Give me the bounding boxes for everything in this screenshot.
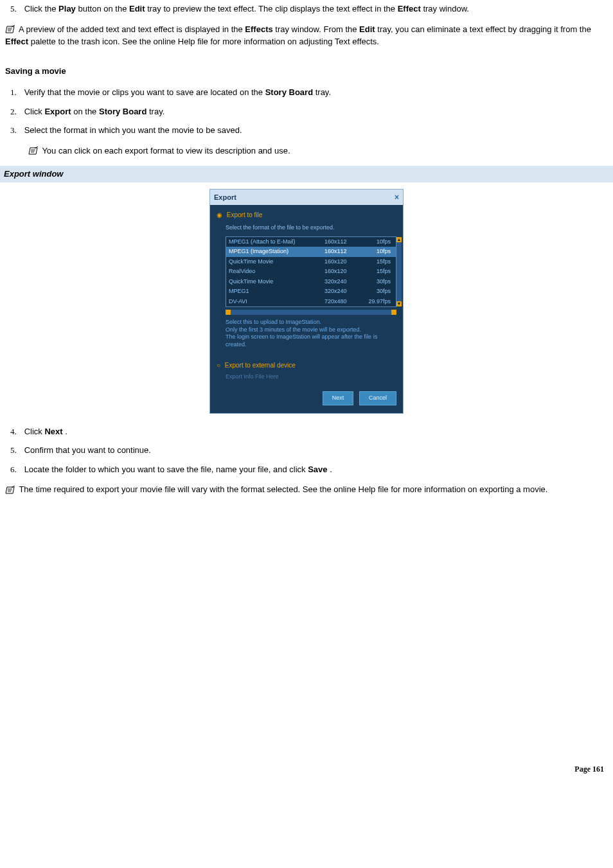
bold: Effects: [245, 24, 272, 34]
format-res: 320x240: [324, 278, 360, 287]
slider-right-icon[interactable]: [391, 310, 396, 315]
list-index: 2.: [10, 105, 22, 118]
format-row[interactable]: MPEG1320x24030fps: [226, 287, 396, 297]
bold: Next: [44, 427, 62, 436]
export-subtext: Select the format of the file to be expo…: [226, 224, 396, 233]
format-row[interactable]: QuickTime Movie160x12015fps: [226, 257, 396, 267]
format-description: Select this to upload to ImageStation. O…: [226, 319, 396, 349]
text: Select the format in which you want the …: [24, 125, 242, 135]
label: Export to external device: [225, 362, 296, 369]
format-res: 160x112: [324, 247, 360, 256]
text: The time required to export your movie f…: [19, 484, 547, 494]
text: tray, you can eliminate a text effect by…: [377, 24, 591, 34]
format-name: QuickTime Movie: [229, 258, 324, 267]
radio-export-to-file[interactable]: ◉ Export to file: [217, 210, 396, 220]
text: tray.: [315, 87, 331, 97]
text: .: [330, 465, 332, 474]
note-icon: [5, 25, 15, 34]
format-fps: 29.97fps: [360, 297, 393, 306]
text: tray.: [149, 107, 164, 116]
format-fps: 30fps: [360, 287, 393, 296]
scroll-down-icon[interactable]: ▼: [396, 301, 402, 306]
bold: Effect: [5, 37, 28, 46]
bold: Export: [44, 107, 71, 116]
format-name: MPEG1 (ImageStation): [229, 247, 324, 256]
note-preview: A preview of the added text and text eff…: [5, 23, 608, 48]
text: palette to the trash icon. See the onlin…: [31, 37, 379, 46]
export-title: Export: [214, 193, 236, 201]
format-name: DV-AVI: [229, 297, 324, 306]
format-fps: 15fps: [360, 258, 393, 267]
list-index: 6.: [10, 463, 22, 476]
text: Verify that the movie or clips you want …: [24, 87, 265, 97]
format-name: QuickTime Movie: [229, 278, 324, 287]
desc-line: Select this to upload to ImageStation.: [226, 319, 396, 326]
bold: Play: [58, 4, 76, 13]
text: Click the: [24, 4, 58, 13]
save-step-1: 1. Verify that the movie or clips you wa…: [23, 86, 608, 99]
bold: Edit: [359, 24, 375, 34]
list-index: 5.: [10, 3, 22, 15]
text: You can click on each export format to v…: [42, 146, 290, 155]
export-titlebar: Export ×: [210, 190, 403, 206]
format-res: 720x480: [324, 297, 360, 306]
format-res: 160x120: [324, 258, 360, 267]
desc-line: Only the first 3 minutes of the movie wi…: [226, 326, 396, 334]
format-row[interactable]: RealVideo160x12015fps: [226, 267, 396, 277]
radio-icon: ◉: [217, 211, 222, 218]
desc-line: The login screen to ImageStation will ap…: [226, 333, 396, 348]
close-icon[interactable]: ×: [395, 191, 399, 203]
format-row[interactable]: MPEG1 (ImageStation)160x11210fps: [226, 247, 396, 257]
text: tray window.: [423, 4, 469, 13]
list-index: 1.: [10, 86, 22, 99]
text: .: [65, 427, 67, 436]
format-res: 160x120: [324, 267, 360, 276]
save-steps: 1. Verify that the movie or clips you wa…: [5, 86, 608, 137]
note-export-format: You can click on each export format to v…: [28, 145, 608, 157]
radio-export-external[interactable]: ○ Export to external device: [217, 360, 396, 370]
format-fps: 15fps: [360, 267, 393, 276]
bold: Effect: [398, 4, 421, 13]
export-window: Export × ◉ Export to file Select the for…: [209, 189, 404, 414]
format-name: MPEG1 (Attach to E-Mail): [229, 238, 324, 247]
format-row[interactable]: QuickTime Movie320x24030fps: [226, 277, 396, 287]
format-name: MPEG1: [229, 287, 324, 296]
next-button[interactable]: Next: [323, 391, 354, 405]
text: tray window. From the: [275, 24, 359, 34]
format-row[interactable]: MPEG1 (Attach to E-Mail)160x11210fps: [226, 237, 396, 247]
step-list-continued: 5. Click the Play button on the Edit tra…: [5, 3, 608, 15]
bold: Edit: [129, 4, 145, 13]
note-export-time: The time required to export your movie f…: [5, 483, 608, 496]
step-5b: 5. Confirm that you want to continue.: [23, 444, 608, 457]
format-res: 160x112: [324, 238, 360, 247]
scroll-up-icon[interactable]: ▲: [396, 237, 402, 242]
export-figure: Export × ◉ Export to file Select the for…: [5, 189, 608, 414]
cancel-button[interactable]: Cancel: [359, 391, 396, 405]
format-name: RealVideo: [229, 267, 324, 276]
after-steps: 4. Click Next . 5. Confirm that you want…: [5, 425, 608, 476]
text: button on the: [78, 4, 129, 13]
export-dim-text: Export Info File Here: [226, 373, 396, 382]
scrollbar[interactable]: ▲ ▼: [396, 237, 402, 307]
text: tray to preview the text effect. The cli…: [147, 4, 398, 13]
format-fps: 10fps: [360, 247, 393, 256]
format-fps: 10fps: [360, 238, 393, 247]
text: Click: [24, 107, 45, 116]
slider-left-icon[interactable]: [226, 310, 231, 315]
format-res: 320x240: [324, 287, 360, 296]
format-row[interactable]: DV-AVI720x48029.97fps: [226, 297, 396, 307]
heading-saving-movie: Saving a movie: [5, 65, 608, 78]
horizontal-slider[interactable]: [226, 310, 396, 315]
label: Export to file: [227, 211, 263, 218]
bold: Story Board: [265, 87, 313, 97]
text: on the: [73, 107, 99, 116]
text: Click: [24, 427, 45, 436]
radio-icon: ○: [217, 362, 220, 369]
save-step-2: 2. Click Export on the Story Board tray.: [23, 105, 608, 118]
bold: Save: [308, 465, 327, 474]
bold: Story Board: [99, 107, 147, 116]
list-index: 5.: [10, 444, 22, 457]
text: Confirm that you want to continue.: [24, 445, 151, 455]
format-list[interactable]: MPEG1 (Attach to E-Mail)160x11210fpsMPEG…: [226, 236, 396, 308]
page-number: Page 161: [0, 761, 613, 780]
